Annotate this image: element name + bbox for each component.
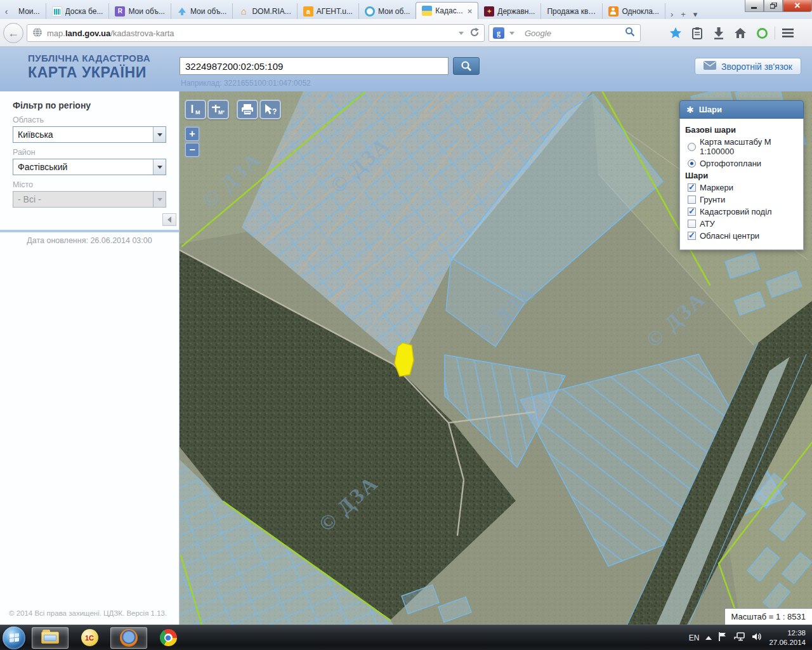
checkbox-option[interactable]: Обласні центри <box>688 231 798 241</box>
menu-hamburger-icon[interactable] <box>777 24 799 42</box>
print-button[interactable] <box>237 100 258 119</box>
layers-panel-header[interactable]: ✱ Шари <box>679 100 804 119</box>
back-button[interactable]: ← <box>3 23 23 43</box>
site-identity-globe-icon[interactable] <box>32 27 43 39</box>
measure-area-button[interactable]: М² <box>207 100 229 119</box>
checkbox-icon[interactable] <box>688 183 696 192</box>
identify-button[interactable]: ? <box>259 100 281 119</box>
search-go-icon[interactable] <box>625 27 635 39</box>
tab[interactable]: Продажа ква... <box>541 3 603 19</box>
select-dropdown-button[interactable] <box>153 159 166 175</box>
tab[interactable]: Мои об... <box>359 3 416 19</box>
radio-option[interactable]: Карта масштабу М 1:100000 <box>688 137 798 156</box>
volume-icon[interactable] <box>752 632 763 644</box>
page-header: ПУБЛІЧНА КАДАСТРОВА КАРТА УКРАЇНИ Наприк… <box>0 47 812 91</box>
select-dropdown-button <box>153 192 166 207</box>
zoom-in-button[interactable]: + <box>185 127 199 141</box>
option-label: Обласні центри <box>700 231 759 241</box>
checkbox-option[interactable]: АТУ <box>688 219 798 229</box>
downloads-icon[interactable] <box>708 24 730 42</box>
radio-option[interactable]: Ортофотоплани <box>688 159 798 168</box>
select-dropdown-button[interactable] <box>153 127 166 142</box>
svg-text:?: ? <box>272 107 277 116</box>
tab[interactable]: Мои объ... <box>171 3 233 19</box>
option-label: Ортофотоплани <box>700 159 761 168</box>
taskbar-clock[interactable]: 12:38 27.06.2014 <box>769 628 806 647</box>
tab-list-button[interactable]: ▾ <box>691 10 700 19</box>
start-button[interactable] <box>3 627 25 649</box>
reload-button[interactable] <box>469 27 480 40</box>
new-tab-button[interactable]: + <box>678 10 688 19</box>
tab-scroll-right-button[interactable]: › <box>668 10 676 19</box>
browser-search-box[interactable]: g Google <box>488 24 641 42</box>
checkbox-option[interactable]: Кадастровий поділ <box>688 207 798 216</box>
checkbox-icon[interactable] <box>688 232 696 240</box>
parcel-search-button[interactable] <box>453 57 480 75</box>
folder-icon <box>41 632 59 644</box>
radio-icon[interactable] <box>688 159 696 168</box>
feedback-button[interactable]: Зворотній зв'язок <box>695 58 801 75</box>
tab[interactable]: ⌂DOM.RIA... <box>233 3 297 19</box>
tab-extras: › + ▾ <box>668 10 700 19</box>
search-engine-dropdown-icon[interactable] <box>509 32 514 35</box>
checkbox-option[interactable]: Маркери <box>688 183 798 192</box>
windows-taskbar: 1С EN <box>0 625 812 650</box>
bookmark-star-icon[interactable] <box>665 24 686 42</box>
radio-icon[interactable] <box>688 143 696 151</box>
selected-parcel-highlight[interactable] <box>395 343 414 376</box>
checkbox-icon[interactable] <box>688 220 696 228</box>
bookmarks-menu-icon[interactable] <box>686 24 708 42</box>
tab[interactable]: ✦Державн... <box>478 3 541 19</box>
tab-label: Мои... <box>18 7 40 16</box>
base-layer-options: Карта масштабу М 1:100000Ортофотоплани <box>685 137 798 168</box>
tab[interactable]: Доска бе... <box>46 3 110 19</box>
option-label: Кадастровий поділ <box>700 207 772 216</box>
parcel-search-input[interactable] <box>180 57 449 75</box>
tab-label: АГЕНТ.u... <box>317 7 353 16</box>
checkbox-option[interactable]: Грунти <box>688 195 798 204</box>
close-button[interactable]: × <box>783 0 812 12</box>
home-icon[interactable] <box>730 24 751 42</box>
show-hidden-icons-button[interactable] <box>705 636 712 640</box>
checkbox-icon[interactable] <box>688 208 696 216</box>
site-logo: ПУБЛІЧНА КАДАСТРОВА КАРТА УКРАЇНИ <box>28 53 150 81</box>
tab-close-button[interactable]: × <box>468 6 473 16</box>
overlay-layers-title: Шари <box>685 171 798 180</box>
tab[interactable]: Мои... <box>13 3 46 19</box>
select-район[interactable]: Фастівський <box>13 159 166 175</box>
select-область[interactable]: Київська <box>13 126 166 143</box>
action-center-flag-icon[interactable] <box>718 632 728 644</box>
restore-button[interactable] <box>764 0 783 12</box>
tab[interactable]: RМои объ... <box>109 3 171 19</box>
minimize-button[interactable] <box>745 0 764 12</box>
field-label: Область <box>13 116 166 124</box>
url-dropdown-icon[interactable] <box>459 32 464 35</box>
tab-label: DOM.RIA... <box>252 7 291 16</box>
url-bar[interactable]: map.land.gov.ua/kadastrova-karta <box>27 24 485 42</box>
svg-text:М: М <box>195 109 200 116</box>
addon-ring-icon[interactable] <box>751 24 773 42</box>
zoom-out-button[interactable]: − <box>185 143 199 157</box>
tab-active[interactable]: Кадас...× <box>416 2 478 19</box>
firefox-taskbar-button[interactable] <box>110 627 147 649</box>
explorer-taskbar-button[interactable] <box>32 627 69 649</box>
chrome-taskbar-button[interactable] <box>150 627 187 649</box>
overlay-layer-options: МаркериГрунтиКадастровий поділАТУОбласні… <box>685 183 798 241</box>
google-search-engine-icon[interactable]: g <box>493 27 504 39</box>
measure-length-button[interactable]: М <box>185 100 206 119</box>
option-label: Карта масштабу М 1:100000 <box>700 137 798 156</box>
chevron-down-icon <box>157 166 162 169</box>
sidebar-collapse-button[interactable] <box>162 213 176 226</box>
tab[interactable]: aАГЕНТ.u... <box>298 3 359 19</box>
data-updated-label: Дата оновлення: 26.06.2014 03:00 <box>0 236 179 245</box>
chevron-down-icon <box>157 133 162 136</box>
map-viewport[interactable]: © ДЗА © ДЗА © ДЗА © ДЗА © ДЗА <box>180 91 812 625</box>
tab[interactable]: Однокла... <box>603 3 665 19</box>
ring-blue-favicon-icon <box>365 6 375 17</box>
language-indicator[interactable]: EN <box>689 633 700 642</box>
network-icon[interactable] <box>734 632 745 644</box>
arrow-blue-favicon-icon <box>177 6 187 17</box>
1c-taskbar-button[interactable]: 1С <box>71 627 108 649</box>
checkbox-icon[interactable] <box>688 196 696 204</box>
tab-scroll-left-button[interactable]: ‹ <box>0 4 13 19</box>
